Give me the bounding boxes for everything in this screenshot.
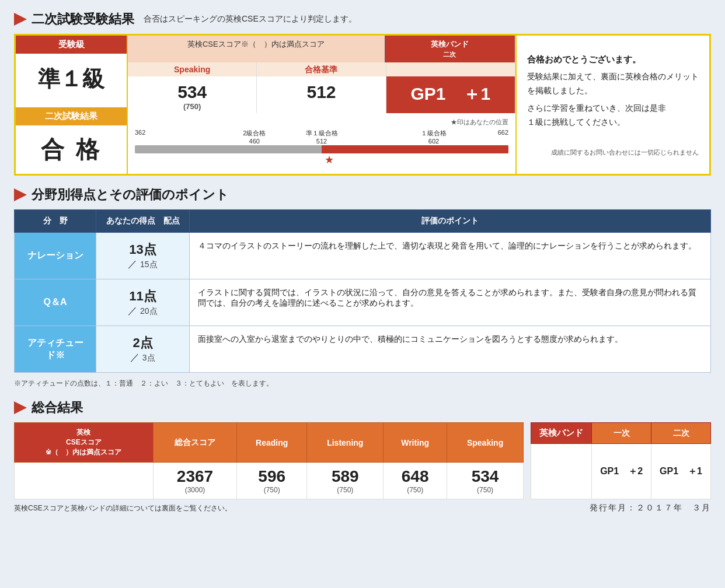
scale-max: 662 <box>498 129 508 136</box>
scale-2kyu: 2級合格460 <box>243 129 266 145</box>
result-box: 受験級 準１級 二次試験結果 合 格 英検CSEスコア※（ ）内は満点スコア 英… <box>14 34 711 176</box>
section1-icon <box>14 13 27 26</box>
cat-name-1: Q＆A <box>15 279 96 326</box>
gr-cse-header: 英検 CSEスコア ※（ ）内は満点スコア <box>15 423 154 463</box>
footer-note: 英検CSEスコアと英検バンドの詳細については裏面をご覧ください。 <box>14 503 232 513</box>
cat-eval-2: 面接室への入室から退室までのやりとりの中で、積極的にコミュニケーションを図ろうと… <box>190 326 711 373</box>
scores-header: 英検CSEスコア※（ ）内は満点スコア 英検バンド 二次 <box>128 36 515 62</box>
col-category: 分 野 <box>15 210 96 233</box>
scores-table-header-row: 分 野 あなたの得点 配点 評価のポイント <box>15 210 711 233</box>
passing-score-cell: 512 <box>257 76 386 113</box>
gr-speaking-header: Speaking <box>447 423 523 463</box>
gr-main: 英検 CSEスコア ※（ ）内は満点スコア 総合スコア Reading List… <box>14 422 524 499</box>
speaking-score-cell: 534 (750) <box>128 76 257 113</box>
cat-name-0: ナレーション <box>15 233 96 279</box>
section1-header: 二次試験受験結果 合否はスピーキングの英検CSEスコアにより判定します。 <box>14 10 711 28</box>
scores-values: 534 (750) 512 GP1 ＋1 <box>128 76 515 113</box>
gr-speaking-cell: 534 (750) <box>447 463 523 499</box>
gr-band-table: 英検バンド 一次 二次 GP1 ＋2 GP1 ＋1 <box>531 422 711 499</box>
result-note: 成績に関するお問い合わせには一切応じられません <box>527 147 699 158</box>
scores-table: 分 野 あなたの得点 配点 評価のポイント ナレーション 13点 ／ 15点 ４… <box>14 209 711 373</box>
passing-sub-label: 合格基準 <box>257 62 386 76</box>
cat-eval-1: イラストに関する質問では、イラストの状況に沿って、自分の意見を答えることが求めら… <box>190 279 711 326</box>
outcome-value: 合 格 <box>16 125 127 174</box>
gr-band-values: GP1 ＋2 GP1 ＋1 <box>531 444 711 499</box>
gr-listening-header: Listening <box>307 423 384 463</box>
gr-writing-cell: 648 (750) <box>384 463 447 499</box>
gr-total-cell: 2367 (3000) <box>153 463 236 499</box>
result-left-panel: 受験級 準１級 二次試験結果 合 格 <box>16 36 127 174</box>
gr-band-header1: 英検バンド 一次 二次 <box>531 423 711 444</box>
gr-writing-header: Writing <box>384 423 447 463</box>
section3-icon <box>14 401 27 414</box>
gr-band: 英検バンド 一次 二次 GP1 ＋2 GP1 ＋1 <box>531 422 711 499</box>
scale-note: ★印はあなたの位置 <box>135 118 508 127</box>
gr-niji-label: 二次 <box>651 423 711 444</box>
scale-1kyu: １級合格602 <box>421 129 447 145</box>
col-score: あなたの得点 配点 <box>96 210 190 233</box>
gr-cse-empty <box>15 463 154 499</box>
gr-band-main-label: 英検バンド <box>531 423 592 444</box>
band-score-cell: GP1 ＋1 <box>386 76 515 113</box>
section3-header: 総合結果 <box>14 399 711 416</box>
outcome-label: 二次試験結果 <box>16 107 127 125</box>
gr-reading-header: Reading <box>237 423 307 463</box>
section2-header: 分野別得点とその評価のポイント <box>14 186 711 204</box>
result-right-panel: 合格おめでとうございます。 受験結果に加えて、裏面に英検合格のメリット を掲載し… <box>517 36 709 174</box>
scale-min: 362 <box>135 129 145 136</box>
gr-niji-band: GP1 ＋1 <box>651 444 711 499</box>
gr-total-header: 総合スコア <box>153 423 236 463</box>
gr-table: 英検 CSEスコア ※（ ）内は満点スコア 総合スコア Reading List… <box>14 422 524 499</box>
col-eval: 評価のポイント <box>190 210 711 233</box>
general-results-container: 英検 CSEスコア ※（ ）内は満点スコア 総合スコア Reading List… <box>14 422 711 499</box>
scale-bar-area: 362 2級合格460 準１級合格512 １級合格602 662 ★ <box>135 129 508 167</box>
gr-ichiji-band: GP1 ＋2 <box>592 444 651 499</box>
section1-secondary-result: 二次試験受験結果 合否はスピーキングの英検CSEスコアにより判定します。 受験級… <box>14 10 711 176</box>
cat-score-0: 13点 ／ 15点 <box>96 233 190 279</box>
section2-icon <box>14 188 27 201</box>
result-scale: ★印はあなたの位置 362 2級合格460 準１級合格512 １級合格602 6… <box>128 113 515 174</box>
section2-scores-breakdown: 分野別得点とその評価のポイント 分 野 あなたの得点 配点 評価のポイント ナレ… <box>14 186 711 388</box>
cat-score-1: 11点 ／ 20点 <box>96 279 190 326</box>
gr-ichiji-label: 一次 <box>592 423 651 444</box>
section2-title: 分野別得点とその評価のポイント <box>32 186 229 204</box>
section1-title: 二次試験受験結果 <box>32 10 134 28</box>
grade-label: 受験級 <box>16 36 127 54</box>
section3-title: 総合結果 <box>32 399 83 416</box>
scores-row-0: ナレーション 13点 ／ 15点 ４コマのイラストのストーリーの流れを理解した上… <box>15 233 711 279</box>
footer-line: 英検CSEスコアと英検バンドの詳細については裏面をご覧ください。 発行年月：２０… <box>14 503 711 513</box>
footer-date: 発行年月：２０１７年 ３月 <box>590 503 711 513</box>
scale-star: ★ <box>325 153 334 166</box>
section3-general-results: 総合結果 英検 CSEスコア ※（ ）内は満点スコア 総合スコア Reading… <box>14 399 711 513</box>
gr-scores-row: 2367 (3000) 596 (750) 589 (750) 648 <box>15 463 524 499</box>
result-middle-panel: 英検CSEスコア※（ ）内は満点スコア 英検バンド 二次 Speaking 合格… <box>127 36 517 174</box>
scores-sub-header: Speaking 合格基準 <box>128 62 515 76</box>
cat-name-2: アティチュード※ <box>15 326 96 373</box>
speaking-sub-label: Speaking <box>128 62 257 76</box>
scores-row-2: アティチュード※ 2点 ／ 3点 面接室への入室から退室までのやりとりの中で、積… <box>15 326 711 373</box>
gr-listening-cell: 589 (750) <box>307 463 384 499</box>
gr-table-header: 英検 CSEスコア ※（ ）内は満点スコア 総合スコア Reading List… <box>15 423 524 463</box>
scale-bar-red <box>322 145 508 153</box>
scores-tbody: ナレーション 13点 ／ 15点 ４コマのイラストのストーリーの流れを理解した上… <box>15 233 711 373</box>
gr-reading-cell: 596 (750) <box>237 463 307 499</box>
scale-jun1kyu: 準１級合格512 <box>306 129 338 145</box>
cat-eval-0: ４コマのイラストのストーリーの流れを理解した上で、適切な表現と発音を用いて、論理… <box>190 233 711 279</box>
attitude-note: ※アティチュードの点数は、１：普通 ２：よい ３：とてもよい を表します。 <box>14 379 711 388</box>
cse-label: 英検CSEスコア※（ ）内は満点スコア <box>128 36 385 62</box>
band-label: 英検バンド 二次 <box>385 36 515 62</box>
band-sub-label <box>386 62 515 76</box>
scale-bar-bg <box>135 145 508 153</box>
scores-row-1: Q＆A 11点 ／ 20点 イラストに関する質問では、イラストの状況に沿って、自… <box>15 279 711 326</box>
cat-score-2: 2点 ／ 3点 <box>96 326 190 373</box>
section1-subtitle: 合否はスピーキングの英検CSEスコアにより判定します。 <box>144 14 357 24</box>
gr-band-empty <box>531 444 592 499</box>
congrats-text: 合格おめでとうございます。 受験結果に加えて、裏面に英検合格のメリット を掲載し… <box>527 52 699 130</box>
grade-value: 準１級 <box>16 54 127 107</box>
